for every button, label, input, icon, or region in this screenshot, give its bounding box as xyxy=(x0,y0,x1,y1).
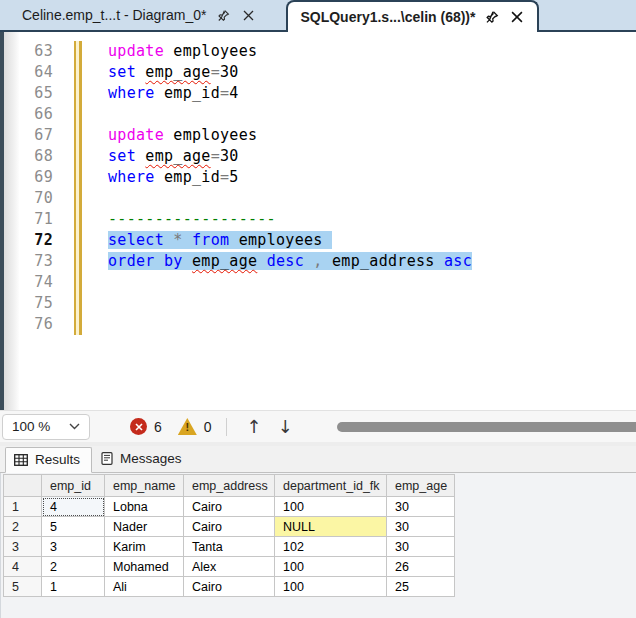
grid-cell[interactable]: Cairo xyxy=(184,577,275,597)
sql-editor[interactable]: 63update employees64set emp_age=3065wher… xyxy=(0,32,636,410)
grid-cell[interactable]: 100 xyxy=(275,577,387,597)
grid-cell[interactable]: 100 xyxy=(275,557,387,577)
zoom-dropdown[interactable]: 100 % xyxy=(2,414,90,440)
grid-cell[interactable]: 30 xyxy=(387,517,455,537)
code-line[interactable]: 75 xyxy=(0,293,636,314)
grid-cell[interactable]: Tanta xyxy=(184,537,275,557)
tab-messages-label: Messages xyxy=(120,451,182,466)
grid-cell[interactable]: 100 xyxy=(275,497,387,517)
toolbar-separator xyxy=(226,418,227,436)
code-line[interactable]: 67update employees xyxy=(0,125,636,146)
code-line[interactable]: 73order by emp_age desc , emp_address as… xyxy=(0,251,636,272)
code-line-text: update employees xyxy=(108,125,257,146)
code-line[interactable]: 70 xyxy=(0,188,636,209)
grid-cell[interactable]: NULL xyxy=(275,517,387,537)
grid-corner-cell[interactable] xyxy=(4,475,42,497)
editor-status-toolbar: 100 % 6 ! 0 ↑ ↓ xyxy=(0,410,636,442)
pin-icon[interactable] xyxy=(215,7,231,23)
code-line[interactable]: 63update employees xyxy=(0,41,636,62)
code-line[interactable]: 74 xyxy=(0,272,636,293)
line-number: 65 xyxy=(0,83,53,104)
grid-cell[interactable]: 102 xyxy=(275,537,387,557)
warning-count: 0 xyxy=(204,419,212,435)
code-line[interactable]: 68set emp_age=30 xyxy=(0,146,636,167)
code-line-text: where emp_id=4 xyxy=(108,83,239,104)
grid-cell[interactable]: Mohamed xyxy=(105,557,184,577)
grid-header: emp_idemp_nameemp_addressdepartment_id_f… xyxy=(4,475,455,497)
code-line[interactable]: 66 xyxy=(0,104,636,125)
grid-cell[interactable]: Cairo xyxy=(184,517,275,537)
next-arrow-button[interactable]: ↓ xyxy=(270,416,301,437)
message-note-icon xyxy=(101,452,113,465)
grid-cell[interactable]: 30 xyxy=(387,537,455,557)
error-count: 6 xyxy=(154,419,162,435)
tab-sqlquery[interactable]: SQLQuery1.s...\celin (68))* xyxy=(286,0,539,32)
grid-row: 51AliCairo10025 xyxy=(4,577,455,597)
line-number: 67 xyxy=(0,125,53,146)
code-line-text: update employees xyxy=(108,41,257,62)
tab-diagram[interactable]: Celine.emp_t...t - Diagram_0* xyxy=(10,0,268,30)
code-area[interactable]: 63update employees64set emp_age=3065wher… xyxy=(0,41,636,335)
grid-cell[interactable]: Lobna xyxy=(105,497,184,517)
grid-column-header[interactable]: emp_address xyxy=(184,475,275,497)
tab-results[interactable]: Results xyxy=(5,447,92,473)
code-line[interactable]: 72select * from employees xyxy=(0,230,636,251)
grid-cell[interactable]: Ali xyxy=(105,577,184,597)
grid-cell[interactable]: 4 xyxy=(42,497,105,517)
grid-cell[interactable]: 2 xyxy=(42,557,105,577)
grid-cell[interactable]: 5 xyxy=(42,517,105,537)
grid-cell[interactable]: Nader xyxy=(105,517,184,537)
grid-body: 14LobnaCairo1003025NaderCairoNULL3033Kar… xyxy=(4,497,455,597)
tab-results-label: Results xyxy=(35,452,80,467)
grid-row-header[interactable]: 5 xyxy=(4,577,42,597)
text-selection: order by emp_age desc , emp_address asc xyxy=(108,252,472,270)
document-tabstrip: Celine.emp_t...t - Diagram_0* SQLQuery1.… xyxy=(0,0,636,32)
code-line-text: ------------------ xyxy=(108,209,276,230)
grid-column-header[interactable]: emp_id xyxy=(42,475,105,497)
grid-cell[interactable]: Karim xyxy=(105,537,184,557)
grid-row: 33KarimTanta10230 xyxy=(4,537,455,557)
grid-cell[interactable]: 25 xyxy=(387,577,455,597)
line-number: 74 xyxy=(0,272,53,293)
close-icon[interactable] xyxy=(240,7,256,23)
results-tabstrip: Results Messages xyxy=(0,446,636,473)
grid-cell[interactable]: 3 xyxy=(42,537,105,557)
tab-diagram-title: Celine.emp_t...t - Diagram_0* xyxy=(22,7,206,23)
grid-row-header[interactable]: 3 xyxy=(4,537,42,557)
error-icon xyxy=(130,418,147,435)
horizontal-scrollbar-thumb[interactable] xyxy=(337,422,636,432)
code-line-text: where emp_id=5 xyxy=(108,167,239,188)
grid-row-header[interactable]: 4 xyxy=(4,557,42,577)
grid-cell[interactable]: 26 xyxy=(387,557,455,577)
code-line[interactable]: 65where emp_id=4 xyxy=(0,83,636,104)
results-pane: emp_idemp_nameemp_addressdepartment_id_f… xyxy=(0,473,636,618)
tab-messages[interactable]: Messages xyxy=(92,446,194,472)
tab-sqlquery-title: SQLQuery1.s...\celin (68))* xyxy=(300,9,475,25)
grid-cell[interactable]: Cairo xyxy=(184,497,275,517)
code-line[interactable]: 64set emp_age=30 xyxy=(0,62,636,83)
previous-arrow-button[interactable]: ↑ xyxy=(239,416,270,437)
grid-cell[interactable]: 1 xyxy=(42,577,105,597)
code-line[interactable]: 71------------------ xyxy=(0,209,636,230)
code-line[interactable]: 69where emp_id=5 xyxy=(0,167,636,188)
grid-row: 42MohamedAlex10026 xyxy=(4,557,455,577)
grid-row-header[interactable]: 1 xyxy=(4,497,42,517)
grid-row: 25NaderCairoNULL30 xyxy=(4,517,455,537)
grid-column-header[interactable]: emp_age xyxy=(387,475,455,497)
code-line-text: order by emp_age desc , emp_address asc xyxy=(108,251,472,272)
grid-cell[interactable]: Alex xyxy=(184,557,275,577)
grid-cell[interactable]: 30 xyxy=(387,497,455,517)
code-line[interactable]: 76 xyxy=(0,314,636,335)
line-number: 66 xyxy=(0,104,53,125)
code-line-text: set emp_age=30 xyxy=(108,146,239,167)
pin-icon[interactable] xyxy=(484,9,500,25)
line-number: 71 xyxy=(0,209,53,230)
close-icon[interactable] xyxy=(509,9,525,25)
error-indicator[interactable]: 6 xyxy=(130,418,162,435)
grid-row-header[interactable]: 2 xyxy=(4,517,42,537)
ssms-window: Celine.emp_t...t - Diagram_0* SQLQuery1.… xyxy=(0,0,636,618)
line-number: 69 xyxy=(0,167,53,188)
grid-column-header[interactable]: department_id_fk xyxy=(275,475,387,497)
grid-column-header[interactable]: emp_name xyxy=(105,475,184,497)
warning-indicator[interactable]: ! 0 xyxy=(178,418,212,435)
